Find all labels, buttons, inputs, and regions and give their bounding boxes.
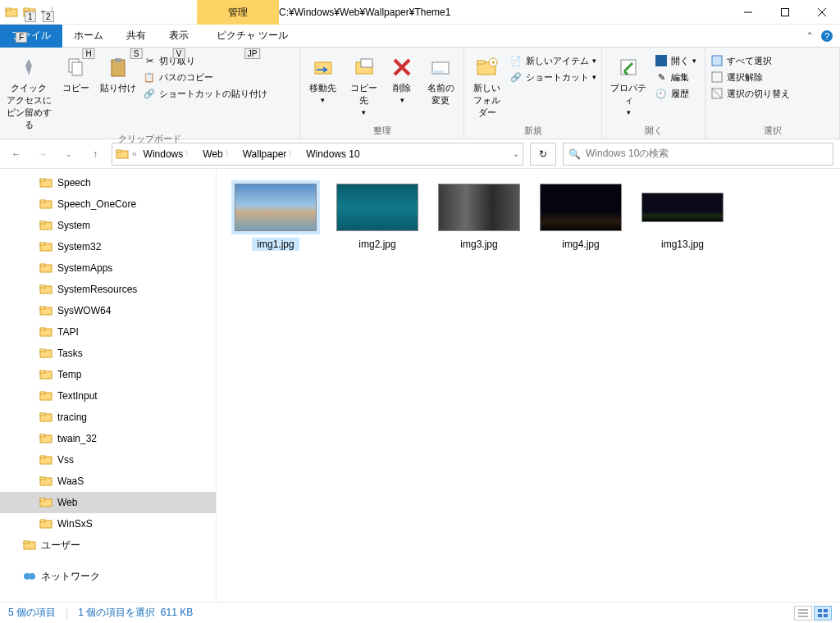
file-name: img3.jpg (455, 238, 502, 251)
keytip-1: 1 (25, 11, 36, 22)
open-button[interactable]: 開く ▾ (655, 54, 696, 67)
copy-to-button[interactable]: コピー先▾ (346, 51, 382, 116)
svg-rect-74 (824, 609, 828, 612)
tree-item[interactable]: tracing (0, 407, 216, 428)
select-all-button[interactable]: すべて選択 (710, 54, 790, 67)
tab-share[interactable]: 共有S (115, 25, 158, 48)
easy-access-button[interactable]: 🔗ショートカット ▾ (509, 70, 596, 84)
file-thumbnail[interactable]: img1.jpg (231, 180, 320, 251)
breadcrumb[interactable]: Web 〉 (199, 148, 235, 160)
svg-rect-47 (40, 328, 45, 330)
svg-rect-65 (40, 520, 45, 522)
folder-tree: SpeechSpeech_OneCoreSystemSystem32System… (0, 169, 217, 602)
tab-view[interactable]: 表示V (158, 25, 200, 48)
tree-item[interactable]: ネットワーク (0, 566, 216, 587)
close-button[interactable] (803, 0, 840, 25)
tree-item[interactable]: Speech_OneCore (0, 193, 216, 215)
file-thumbnail[interactable]: img4.jpg (536, 180, 625, 251)
rename-button[interactable]: 名前の変更 (422, 51, 459, 107)
svg-rect-35 (40, 200, 45, 202)
tree-item[interactable]: ユーザー (0, 534, 216, 556)
tab-home[interactable]: ホームH (62, 25, 115, 48)
svg-rect-26 (655, 55, 667, 66)
group-open: 開く (607, 123, 700, 137)
up-button[interactable]: ↑ (85, 144, 105, 164)
svg-rect-76 (824, 614, 828, 617)
tab-file[interactable]: ファイルF (0, 25, 62, 48)
tree-item[interactable]: SysWOW64 (0, 300, 216, 321)
delete-button[interactable]: 削除▾ (386, 51, 418, 104)
refresh-button[interactable]: ↻ (530, 143, 556, 166)
svg-text:✦: ✦ (490, 59, 495, 66)
pin-button[interactable]: クイック アクセスにピン留めする (5, 51, 52, 131)
svg-rect-41 (40, 264, 45, 266)
file-name: img13.jpg (656, 238, 709, 251)
tree-item[interactable]: Vss (0, 449, 216, 471)
search-input[interactable]: 🔍 Windows 10の検索 (563, 143, 833, 166)
file-name: img1.jpg (252, 238, 299, 251)
file-thumbnail[interactable]: img3.jpg (435, 180, 523, 251)
svg-text:?: ? (824, 31, 829, 41)
address-bar[interactable]: « Windows 〉 Web 〉 Wallpaper 〉 Windows 10… (112, 143, 523, 166)
tree-item-label: ユーザー (41, 539, 80, 553)
copy-path-button[interactable]: 📋パスのコピー (143, 70, 267, 84)
view-details-button[interactable] (794, 606, 812, 621)
minimize-button[interactable] (729, 0, 766, 25)
tree-item-label: ネットワーク (41, 570, 100, 584)
tree-item[interactable]: TAPI (0, 321, 216, 343)
tree-item-label: tracing (57, 412, 87, 423)
tree-item[interactable]: Tasks (0, 343, 216, 364)
new-item-button[interactable]: 📄新しいアイテム ▾ (509, 54, 596, 67)
tree-item-label: SystemResources (57, 284, 137, 295)
paste-shortcut-button[interactable]: 🔗ショートカットの貼り付け (143, 87, 267, 100)
group-select: 選択 (710, 123, 834, 137)
forward-button[interactable]: → (33, 144, 52, 164)
tree-item-label: Speech (57, 177, 91, 189)
tree-item[interactable]: TextInput (0, 385, 216, 407)
move-to-button[interactable]: 移動先▾ (305, 51, 341, 104)
tree-item[interactable]: System32 (0, 236, 216, 257)
view-thumbnails-button[interactable] (814, 606, 832, 621)
tree-item[interactable]: SystemApps (0, 257, 216, 279)
ribbon-collapse-icon[interactable]: ⌃ (806, 30, 814, 42)
tree-item-label: TAPI (57, 326, 79, 338)
select-none-button[interactable]: 選択解除 (710, 70, 790, 84)
svg-rect-49 (40, 349, 45, 352)
help-icon[interactable]: ? (820, 30, 833, 43)
svg-rect-1 (6, 8, 11, 11)
tree-item[interactable]: WaaS (0, 471, 216, 492)
svg-rect-55 (40, 413, 45, 416)
new-folder-button[interactable]: ✦ 新しいフォルダー (469, 51, 504, 119)
file-list: img1.jpgimg2.jpgimg3.jpgimg4.jpgimg13.jp… (217, 169, 840, 602)
svg-rect-31 (116, 150, 121, 152)
properties-button[interactable]: プロパティ▾ (607, 51, 650, 116)
svg-rect-53 (40, 392, 45, 394)
recent-dropdown[interactable]: ⌄ (59, 144, 79, 164)
svg-rect-75 (818, 614, 822, 617)
address-dropdown[interactable]: ⌄ (513, 149, 519, 158)
file-thumbnail[interactable]: img13.jpg (638, 180, 727, 251)
breadcrumb[interactable]: Wallpaper 〉 (240, 148, 300, 160)
tree-item[interactable]: Speech (0, 172, 216, 193)
group-new: 新規 (469, 123, 596, 137)
tree-item-label: Vss (57, 454, 74, 466)
maximize-button[interactable] (766, 0, 803, 25)
tree-item[interactable]: System (0, 215, 216, 236)
tab-picture-tools[interactable]: ピクチャ ツールJP (205, 25, 299, 48)
file-thumbnail[interactable]: img2.jpg (333, 180, 422, 251)
tree-item-label: WinSxS (57, 518, 93, 530)
edit-button[interactable]: ✎編集 (655, 70, 696, 84)
tree-item-label: System32 (57, 241, 101, 252)
tree-item[interactable]: twain_32 (0, 428, 216, 449)
history-button[interactable]: 🕘履歴 (655, 87, 696, 100)
breadcrumb[interactable]: Windows 10 (303, 148, 363, 160)
invert-selection-button[interactable]: 選択の切り替え (710, 87, 790, 100)
breadcrumb[interactable]: Windows 〉 (140, 148, 197, 160)
tree-item[interactable]: Temp (0, 364, 216, 385)
tree-item[interactable]: SystemResources (0, 279, 216, 300)
tree-item-label: Speech_OneCore (57, 198, 136, 210)
tree-item[interactable]: Web (0, 492, 216, 513)
back-button[interactable]: ← (7, 144, 26, 164)
status-selection: 1 個の項目を選択 611 KB (78, 606, 193, 620)
tree-item[interactable]: WinSxS (0, 513, 216, 534)
